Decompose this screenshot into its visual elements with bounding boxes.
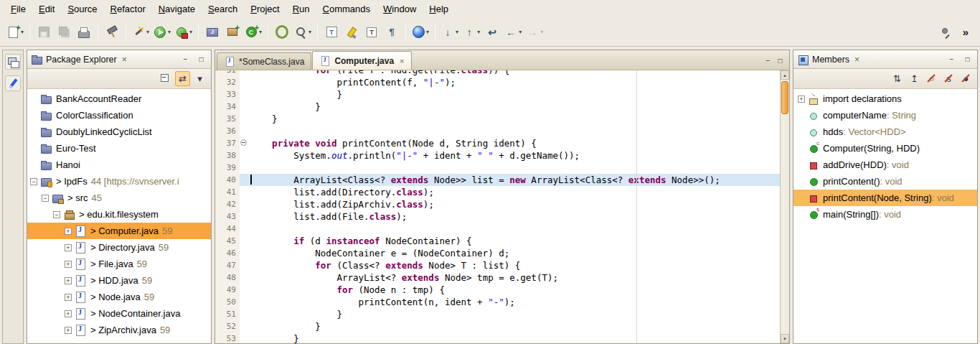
new-wizard-button[interactable]: ▾ <box>5 22 25 42</box>
pin-editor-button[interactable] <box>936 22 955 42</box>
line-number[interactable]: 48 <box>215 271 240 284</box>
print-button[interactable] <box>75 22 93 42</box>
fold-margin[interactable] <box>240 247 249 259</box>
code-line-text[interactable]: list.add(ZipArchiv.class); <box>249 198 780 210</box>
expander-icon[interactable]: − <box>30 178 37 185</box>
dropdown-arrow-icon[interactable]: ▾ <box>146 29 149 35</box>
dropdown-arrow-icon[interactable]: ▾ <box>477 29 480 35</box>
fold-margin[interactable] <box>240 235 249 247</box>
back-button[interactable]: ←▾ <box>503 22 523 42</box>
expander-icon[interactable]: − <box>42 195 49 202</box>
code-line-text[interactable]: NodeContainer e = (NodeContainer) d; <box>249 247 780 259</box>
tree-item-directory-java[interactable]: +> Directory.java59 <box>27 239 211 256</box>
view-menu-button[interactable]: ▾ <box>192 71 207 86</box>
code-line-text[interactable]: } <box>249 88 780 101</box>
code-line-text[interactable]: ArrayList<Class<? extends Node>> list = … <box>249 174 780 186</box>
code-line-text[interactable]: } <box>249 320 780 333</box>
expander-icon[interactable]: + <box>65 244 72 251</box>
run-button[interactable]: ▾ <box>152 22 172 42</box>
line-number[interactable]: 35 <box>215 113 240 125</box>
scroll-down-arrow-icon[interactable]: ▼ <box>781 334 789 343</box>
tree-item-hanoi[interactable]: Hanoi <box>27 157 211 173</box>
toolbar-overflow-button[interactable]: » <box>956 22 975 42</box>
collapse-all-button[interactable] <box>158 71 173 86</box>
menu-project[interactable]: Project <box>244 1 286 17</box>
forward-button[interactable]: →▾ <box>524 22 545 42</box>
code-line-text[interactable]: for (Node n : tmp) { <box>249 284 780 296</box>
fold-margin[interactable] <box>240 259 249 271</box>
debug-button[interactable]: ▾ <box>131 22 151 42</box>
new-package-button[interactable] <box>223 22 242 42</box>
line-number[interactable]: 51 <box>215 308 240 320</box>
fold-margin[interactable] <box>240 70 249 76</box>
line-number[interactable]: 47 <box>215 259 240 271</box>
code-line-text[interactable] <box>249 162 780 174</box>
new-java-project-button[interactable] <box>203 22 222 42</box>
menu-help[interactable]: Help <box>423 1 455 17</box>
fold-margin[interactable] <box>240 186 249 198</box>
tree-item-edu-kit-filesystem[interactable]: −> edu.kit.filesystem <box>27 206 211 223</box>
tree-item-file-java[interactable]: +> File.java59 <box>27 256 211 272</box>
web-browser-button[interactable]: ▾ <box>410 22 430 42</box>
editor-scrollbar[interactable]: ▲ ▼ <box>780 70 789 343</box>
new-class-button[interactable]: ▾ <box>243 22 263 42</box>
line-number[interactable]: 50 <box>215 296 240 308</box>
fold-margin[interactable] <box>240 296 249 308</box>
minimized-editor-view-button[interactable] <box>5 75 21 91</box>
line-number[interactable]: 33 <box>215 88 240 101</box>
tree-item-src[interactable]: −> src45 <box>27 190 211 206</box>
link-with-editor-button[interactable]: ⇄ <box>175 71 190 86</box>
line-number[interactable]: 36 <box>215 125 240 137</box>
code-line-text[interactable]: private void printContent(Node d, String… <box>249 137 780 149</box>
tree-item-computer-java[interactable]: +> Computer.java59 <box>27 223 211 239</box>
fold-margin[interactable] <box>240 198 249 210</box>
close-icon[interactable]: × <box>121 55 128 65</box>
code-editor[interactable]: 31 for (File f : hdd.get(File.class)) {3… <box>215 70 789 343</box>
hide-non-public-button[interactable]: ● <box>958 71 974 86</box>
member-item-main-string[interactable]: main(String[]) : void <box>793 206 977 223</box>
fold-margin[interactable] <box>240 308 249 320</box>
fold-collapse-icon[interactable] <box>240 139 247 146</box>
menu-navigate[interactable]: Navigate <box>152 1 202 17</box>
dropdown-arrow-icon[interactable]: ▾ <box>540 29 543 35</box>
next-annotation-button[interactable]: ↓▾ <box>440 22 460 42</box>
dropdown-arrow-icon[interactable]: ▾ <box>426 29 429 35</box>
menu-run[interactable]: Run <box>286 1 316 17</box>
code-line-text[interactable] <box>249 125 780 137</box>
sort-button[interactable]: ⇅ <box>890 71 905 86</box>
code-line-text[interactable]: list.add(File.class); <box>249 210 780 223</box>
member-item-adddrive-hdd[interactable]: addDrive(HDD) : void <box>793 157 977 173</box>
save-button[interactable] <box>34 22 53 42</box>
external-tools-button[interactable]: ▾ <box>174 22 194 42</box>
search-button[interactable]: ▾ <box>293 22 313 42</box>
menu-source[interactable]: Source <box>61 1 103 17</box>
member-item-computer-string-hdd[interactable]: Computer(String, HDD) <box>793 140 977 157</box>
menu-refactor[interactable]: Refactor <box>104 1 152 17</box>
line-number[interactable]: 32 <box>215 76 240 88</box>
maximize-button[interactable]: □ <box>195 54 207 65</box>
dropdown-arrow-icon[interactable]: ▾ <box>519 29 522 35</box>
show-selected-element-button[interactable]: T <box>362 22 381 42</box>
expander-icon[interactable]: − <box>53 211 60 218</box>
code-line-text[interactable]: for (File f : hdd.get(File.class)) { <box>249 70 780 76</box>
code-line-text[interactable]: if (d instanceof NodeContainer) { <box>249 235 780 247</box>
menu-window[interactable]: Window <box>377 1 423 17</box>
code-line-text[interactable]: printContent(f, "|-"); <box>249 76 780 88</box>
code-line-text[interactable]: list.add(Directory.class); <box>249 186 780 198</box>
tree-item-hdd-java[interactable]: +> HDD.java59 <box>27 272 211 289</box>
save-all-button[interactable] <box>55 22 73 42</box>
minimize-button[interactable]: − <box>946 54 958 65</box>
fold-margin[interactable] <box>240 101 249 113</box>
member-item-printcontent[interactable]: printContent() : void <box>793 173 977 190</box>
line-number[interactable]: 52 <box>215 320 240 333</box>
fold-margin[interactable] <box>240 137 249 149</box>
line-number[interactable]: 31 <box>215 70 240 76</box>
fold-margin[interactable] <box>240 320 249 333</box>
line-number[interactable]: 40 <box>215 174 240 186</box>
tree-item-colorclassification[interactable]: ColorClassification <box>27 107 211 124</box>
line-number[interactable]: 49 <box>215 284 240 296</box>
line-number[interactable]: 38 <box>215 149 240 162</box>
line-number[interactable]: 43 <box>215 210 240 223</box>
tree-item-ipdfs[interactable]: −> IpdFs44 [https://svnserver.i <box>27 173 211 190</box>
maximize-button[interactable]: □ <box>961 54 974 65</box>
